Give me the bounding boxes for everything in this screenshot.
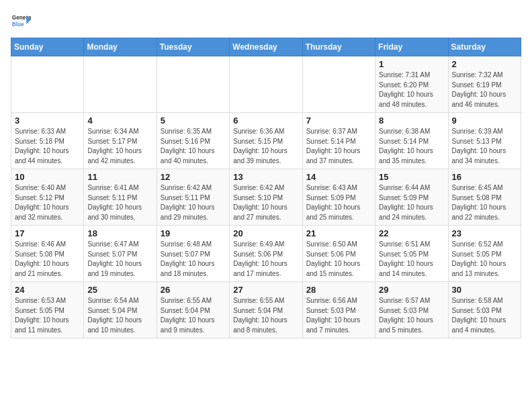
day-number: 25 bbox=[87, 285, 152, 295]
day-number: 16 bbox=[452, 172, 517, 182]
calendar-cell: 15Sunrise: 6:44 AM Sunset: 5:09 PM Dayli… bbox=[375, 169, 448, 226]
calendar-cell: 13Sunrise: 6:42 AM Sunset: 5:10 PM Dayli… bbox=[230, 169, 302, 226]
day-info: Sunrise: 6:40 AM Sunset: 5:12 PM Dayligh… bbox=[15, 183, 80, 222]
day-info: Sunrise: 6:53 AM Sunset: 5:05 PM Dayligh… bbox=[15, 296, 80, 335]
day-number: 13 bbox=[233, 172, 298, 182]
day-header-sunday: Sunday bbox=[11, 38, 84, 56]
day-info: Sunrise: 7:31 AM Sunset: 6:20 PM Dayligh… bbox=[379, 71, 444, 109]
day-info: Sunrise: 6:47 AM Sunset: 5:07 PM Dayligh… bbox=[87, 240, 152, 279]
calendar-cell bbox=[157, 56, 229, 113]
week-row-3: 10Sunrise: 6:40 AM Sunset: 5:12 PM Dayli… bbox=[11, 169, 521, 226]
day-number: 5 bbox=[161, 116, 226, 126]
week-row-2: 3Sunrise: 6:33 AM Sunset: 5:18 PM Daylig… bbox=[11, 113, 521, 169]
day-info: Sunrise: 6:57 AM Sunset: 5:03 PM Dayligh… bbox=[379, 296, 444, 335]
calendar-cell bbox=[302, 56, 375, 113]
day-info: Sunrise: 6:58 AM Sunset: 5:03 PM Dayligh… bbox=[452, 296, 517, 335]
calendar-cell: 30Sunrise: 6:58 AM Sunset: 5:03 PM Dayli… bbox=[448, 282, 521, 338]
calendar-cell: 2Sunrise: 7:32 AM Sunset: 6:19 PM Daylig… bbox=[448, 56, 521, 113]
calendar-header-row: SundayMondayTuesdayWednesdayThursdayFrid… bbox=[11, 38, 521, 56]
calendar-cell: 8Sunrise: 6:38 AM Sunset: 5:14 PM Daylig… bbox=[375, 113, 448, 169]
day-number: 19 bbox=[161, 228, 226, 238]
calendar-cell: 10Sunrise: 6:40 AM Sunset: 5:12 PM Dayli… bbox=[11, 169, 84, 226]
day-info: Sunrise: 6:55 AM Sunset: 5:04 PM Dayligh… bbox=[161, 296, 226, 335]
day-number: 8 bbox=[379, 116, 444, 126]
day-number: 6 bbox=[233, 116, 298, 126]
day-info: Sunrise: 6:37 AM Sunset: 5:14 PM Dayligh… bbox=[306, 127, 371, 166]
day-number: 22 bbox=[379, 228, 444, 238]
week-row-1: 1Sunrise: 7:31 AM Sunset: 6:20 PM Daylig… bbox=[11, 56, 521, 113]
day-header-saturday: Saturday bbox=[448, 38, 521, 56]
calendar-cell: 16Sunrise: 6:45 AM Sunset: 5:08 PM Dayli… bbox=[448, 169, 521, 226]
svg-text:Blue: Blue bbox=[12, 21, 24, 28]
day-header-friday: Friday bbox=[375, 38, 448, 56]
day-header-monday: Monday bbox=[84, 38, 157, 56]
day-number: 15 bbox=[379, 172, 444, 182]
logo-icon: General Blue bbox=[11, 11, 31, 31]
calendar-cell: 27Sunrise: 6:55 AM Sunset: 5:04 PM Dayli… bbox=[230, 282, 302, 338]
logo: General Blue bbox=[11, 11, 31, 31]
calendar-cell: 20Sunrise: 6:49 AM Sunset: 5:06 PM Dayli… bbox=[230, 226, 302, 282]
day-info: Sunrise: 6:41 AM Sunset: 5:11 PM Dayligh… bbox=[87, 183, 152, 222]
day-number: 30 bbox=[452, 285, 517, 295]
day-number: 3 bbox=[15, 116, 80, 126]
day-header-wednesday: Wednesday bbox=[230, 38, 302, 56]
day-number: 17 bbox=[15, 228, 80, 238]
calendar-cell: 26Sunrise: 6:55 AM Sunset: 5:04 PM Dayli… bbox=[157, 282, 229, 338]
week-row-5: 24Sunrise: 6:53 AM Sunset: 5:05 PM Dayli… bbox=[11, 282, 521, 338]
calendar-cell: 18Sunrise: 6:47 AM Sunset: 5:07 PM Dayli… bbox=[84, 226, 157, 282]
day-number: 20 bbox=[233, 228, 298, 238]
day-info: Sunrise: 6:52 AM Sunset: 5:05 PM Dayligh… bbox=[452, 240, 517, 279]
calendar-cell: 19Sunrise: 6:48 AM Sunset: 5:07 PM Dayli… bbox=[157, 226, 229, 282]
day-header-tuesday: Tuesday bbox=[157, 38, 229, 56]
calendar-table: SundayMondayTuesdayWednesdayThursdayFrid… bbox=[11, 38, 521, 338]
day-number: 28 bbox=[306, 285, 371, 295]
day-info: Sunrise: 6:56 AM Sunset: 5:03 PM Dayligh… bbox=[306, 296, 371, 335]
day-number: 11 bbox=[87, 172, 152, 182]
calendar-cell: 1Sunrise: 7:31 AM Sunset: 6:20 PM Daylig… bbox=[375, 56, 448, 113]
calendar-cell: 6Sunrise: 6:36 AM Sunset: 5:15 PM Daylig… bbox=[230, 113, 302, 169]
day-info: Sunrise: 6:42 AM Sunset: 5:10 PM Dayligh… bbox=[233, 183, 298, 222]
day-number: 29 bbox=[379, 285, 444, 295]
day-number: 9 bbox=[452, 116, 517, 126]
calendar-cell bbox=[84, 56, 157, 113]
day-info: Sunrise: 6:39 AM Sunset: 5:13 PM Dayligh… bbox=[452, 127, 517, 166]
day-info: Sunrise: 6:33 AM Sunset: 5:18 PM Dayligh… bbox=[15, 127, 80, 166]
day-info: Sunrise: 6:48 AM Sunset: 5:07 PM Dayligh… bbox=[161, 240, 226, 279]
day-info: Sunrise: 6:54 AM Sunset: 5:04 PM Dayligh… bbox=[87, 296, 152, 335]
calendar-cell: 14Sunrise: 6:43 AM Sunset: 5:09 PM Dayli… bbox=[302, 169, 375, 226]
day-info: Sunrise: 6:34 AM Sunset: 5:17 PM Dayligh… bbox=[87, 127, 152, 166]
day-number: 12 bbox=[161, 172, 226, 182]
day-number: 23 bbox=[452, 228, 517, 238]
day-number: 18 bbox=[87, 228, 152, 238]
day-number: 27 bbox=[233, 285, 298, 295]
calendar-cell: 3Sunrise: 6:33 AM Sunset: 5:18 PM Daylig… bbox=[11, 113, 84, 169]
day-info: Sunrise: 6:43 AM Sunset: 5:09 PM Dayligh… bbox=[306, 183, 371, 222]
day-info: Sunrise: 6:38 AM Sunset: 5:14 PM Dayligh… bbox=[379, 127, 444, 166]
calendar-cell: 17Sunrise: 6:46 AM Sunset: 5:08 PM Dayli… bbox=[11, 226, 84, 282]
day-number: 26 bbox=[161, 285, 226, 295]
calendar-cell: 23Sunrise: 6:52 AM Sunset: 5:05 PM Dayli… bbox=[448, 226, 521, 282]
calendar-cell: 21Sunrise: 6:50 AM Sunset: 5:06 PM Dayli… bbox=[302, 226, 375, 282]
day-info: Sunrise: 6:49 AM Sunset: 5:06 PM Dayligh… bbox=[233, 240, 298, 279]
day-number: 1 bbox=[379, 59, 444, 69]
day-info: Sunrise: 6:45 AM Sunset: 5:08 PM Dayligh… bbox=[452, 183, 517, 222]
calendar-cell: 4Sunrise: 6:34 AM Sunset: 5:17 PM Daylig… bbox=[84, 113, 157, 169]
calendar-cell bbox=[230, 56, 302, 113]
day-info: Sunrise: 6:35 AM Sunset: 5:16 PM Dayligh… bbox=[161, 127, 226, 166]
calendar-cell: 12Sunrise: 6:42 AM Sunset: 5:11 PM Dayli… bbox=[157, 169, 229, 226]
day-number: 10 bbox=[15, 172, 80, 182]
calendar-cell: 25Sunrise: 6:54 AM Sunset: 5:04 PM Dayli… bbox=[84, 282, 157, 338]
day-info: Sunrise: 6:46 AM Sunset: 5:08 PM Dayligh… bbox=[15, 240, 80, 279]
calendar-cell: 9Sunrise: 6:39 AM Sunset: 5:13 PM Daylig… bbox=[448, 113, 521, 169]
day-info: Sunrise: 6:55 AM Sunset: 5:04 PM Dayligh… bbox=[233, 296, 298, 335]
calendar-cell: 28Sunrise: 6:56 AM Sunset: 5:03 PM Dayli… bbox=[302, 282, 375, 338]
calendar-cell: 24Sunrise: 6:53 AM Sunset: 5:05 PM Dayli… bbox=[11, 282, 84, 338]
day-info: Sunrise: 6:51 AM Sunset: 5:05 PM Dayligh… bbox=[379, 240, 444, 279]
calendar-cell: 29Sunrise: 6:57 AM Sunset: 5:03 PM Dayli… bbox=[375, 282, 448, 338]
day-info: Sunrise: 6:44 AM Sunset: 5:09 PM Dayligh… bbox=[379, 183, 444, 222]
day-header-thursday: Thursday bbox=[302, 38, 375, 56]
day-info: Sunrise: 6:50 AM Sunset: 5:06 PM Dayligh… bbox=[306, 240, 371, 279]
calendar-cell: 5Sunrise: 6:35 AM Sunset: 5:16 PM Daylig… bbox=[157, 113, 229, 169]
calendar-cell: 7Sunrise: 6:37 AM Sunset: 5:14 PM Daylig… bbox=[302, 113, 375, 169]
day-info: Sunrise: 6:42 AM Sunset: 5:11 PM Dayligh… bbox=[161, 183, 226, 222]
